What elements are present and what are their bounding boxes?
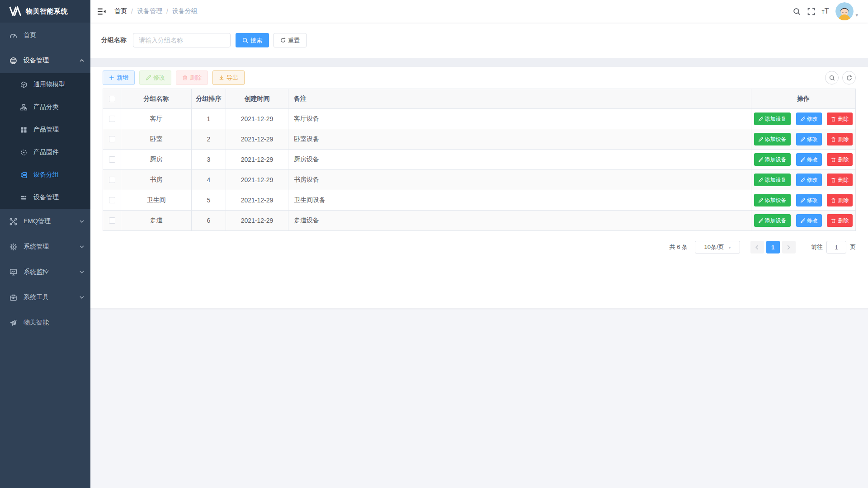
search-button[interactable]: 搜索: [236, 33, 269, 47]
export-button-label: 导出: [226, 74, 238, 82]
add-device-button[interactable]: 添加设备: [754, 214, 791, 227]
table-toolbar: 新增 修改 删除 导出: [103, 70, 856, 85]
row-delete-button[interactable]: 删除: [827, 194, 853, 206]
sidebar-item-label: EMQ管理: [24, 217, 51, 225]
device-group-icon: [20, 171, 27, 178]
goto-page-input[interactable]: [826, 241, 846, 253]
sidebar-item-device-list[interactable]: 设备管理: [0, 186, 90, 209]
breadcrumb-device-manage: 设备管理: [137, 7, 162, 15]
caret-down-icon[interactable]: ▾: [855, 12, 858, 18]
cell-created-time: 2021-12-29: [226, 150, 288, 170]
page-number-1[interactable]: 1: [766, 241, 780, 253]
row-delete-button[interactable]: 删除: [827, 113, 853, 125]
sidebar-item-device-manage[interactable]: 设备管理: [0, 48, 90, 73]
breadcrumb: 首页 / 设备管理 / 设备分组: [114, 7, 198, 15]
row-edit-button[interactable]: 修改: [796, 113, 822, 125]
select-all-checkbox[interactable]: [109, 96, 115, 102]
app-logo[interactable]: 物美智能系统: [0, 0, 90, 23]
table-row: 走道 6 2021-12-29 走道设备 添加设备 修改 删除: [103, 211, 856, 231]
breadcrumb-separator: /: [166, 8, 168, 15]
sidebar-item-label: 物美智能: [24, 319, 49, 327]
export-button[interactable]: 导出: [212, 70, 245, 85]
user-menu[interactable]: ▾: [835, 2, 858, 20]
sidebar-item-common-model[interactable]: 通用物模型: [0, 73, 90, 96]
font-size-icon[interactable]: TT: [822, 8, 829, 15]
row-delete-button[interactable]: 删除: [827, 174, 853, 186]
sidebar-item-system-tools[interactable]: 系统工具: [0, 285, 90, 310]
sidebar-item-wumei-smart[interactable]: 物美智能: [0, 310, 90, 335]
add-device-button[interactable]: 添加设备: [754, 194, 791, 206]
sidebar-item-product-category[interactable]: 产品分类: [0, 96, 90, 118]
search-form: 分组名称 搜索 重置: [90, 23, 868, 58]
paper-plane-icon: [9, 319, 17, 327]
page-size-value: 10条/页: [704, 243, 724, 251]
cell-group-name: 卫生间: [121, 190, 192, 211]
chevron-up-icon: [80, 59, 84, 62]
pagination: 共 6 条 10条/页 ▾ 1 前往 页: [103, 241, 856, 253]
row-checkbox[interactable]: [109, 197, 115, 203]
row-edit-button[interactable]: 修改: [796, 194, 822, 206]
cell-group-order: 1: [192, 109, 226, 129]
app-title: 物美智能系统: [26, 7, 68, 16]
dashboard-icon: [9, 31, 17, 39]
search-button-label: 搜索: [250, 38, 262, 43]
chevron-down-icon: [80, 296, 84, 299]
grid-icon: [20, 126, 27, 133]
goto-label: 前往: [811, 243, 823, 251]
delete-button[interactable]: 删除: [176, 70, 208, 85]
row-checkbox[interactable]: [109, 217, 115, 224]
add-button[interactable]: 新增: [103, 70, 135, 85]
cell-remark: 书房设备: [288, 170, 751, 190]
edit-button-label: 修改: [153, 74, 165, 82]
row-edit-button[interactable]: 修改: [796, 133, 822, 145]
sidebar-item-product-firmware[interactable]: 产品固件: [0, 141, 90, 164]
row-delete-button[interactable]: 删除: [827, 214, 853, 227]
sidebar-item-emq-manage[interactable]: EMQ管理: [0, 209, 90, 234]
row-delete-button[interactable]: 删除: [827, 153, 853, 166]
reset-button[interactable]: 重置: [274, 33, 307, 47]
row-checkbox[interactable]: [109, 156, 115, 163]
row-edit-button[interactable]: 修改: [796, 153, 822, 166]
table-row: 客厅 1 2021-12-29 客厅设备 添加设备 修改 删除: [103, 109, 856, 129]
edit-button[interactable]: 修改: [139, 70, 171, 85]
cell-group-order: 5: [192, 190, 226, 211]
cell-group-name: 走道: [121, 211, 192, 231]
row-checkbox[interactable]: [109, 116, 115, 122]
row-delete-button[interactable]: 删除: [827, 133, 853, 145]
add-device-button[interactable]: 添加设备: [754, 174, 791, 186]
row-edit-button[interactable]: 修改: [796, 174, 822, 186]
sidebar-item-product-manage[interactable]: 产品管理: [0, 118, 90, 141]
user-avatar[interactable]: [835, 2, 854, 20]
add-device-button[interactable]: 添加设备: [754, 113, 791, 125]
chevron-down-icon: [80, 271, 84, 273]
cell-group-name: 卧室: [121, 129, 192, 150]
prev-page-button[interactable]: [750, 241, 764, 253]
search-icon[interactable]: [793, 8, 801, 15]
breadcrumb-home[interactable]: 首页: [114, 7, 127, 15]
page-size-select[interactable]: 10条/页 ▾: [695, 241, 740, 253]
cell-group-name: 客厅: [121, 109, 192, 129]
sidebar-item-device-group[interactable]: 设备分组: [0, 164, 90, 186]
add-device-button[interactable]: 添加设备: [754, 153, 791, 166]
device-list-icon: [20, 194, 27, 201]
toggle-search-icon[interactable]: [825, 71, 839, 84]
fullscreen-icon[interactable]: [807, 8, 815, 15]
header-group-name: 分组名称: [121, 89, 192, 109]
add-device-button[interactable]: 添加设备: [754, 133, 791, 145]
sidebar-item-home[interactable]: 首页: [0, 23, 90, 48]
next-page-button[interactable]: [782, 241, 796, 253]
device-group-panel: 新增 修改 删除 导出: [90, 67, 868, 308]
sitemap-icon: [20, 103, 27, 111]
refresh-icon[interactable]: [842, 71, 856, 84]
group-name-input[interactable]: [133, 33, 231, 47]
header-created-time: 创建时间: [226, 89, 288, 109]
menu-fold-icon[interactable]: [90, 0, 113, 23]
row-checkbox[interactable]: [109, 136, 115, 142]
row-edit-button[interactable]: 修改: [796, 214, 822, 227]
sidebar-item-label: 系统工具: [24, 293, 49, 301]
page-background: [90, 308, 868, 488]
sidebar-item-system-monitor[interactable]: 系统监控: [0, 259, 90, 285]
row-checkbox[interactable]: [109, 177, 115, 183]
sidebar-item-system-manage[interactable]: 系统管理: [0, 234, 90, 259]
cell-created-time: 2021-12-29: [226, 170, 288, 190]
